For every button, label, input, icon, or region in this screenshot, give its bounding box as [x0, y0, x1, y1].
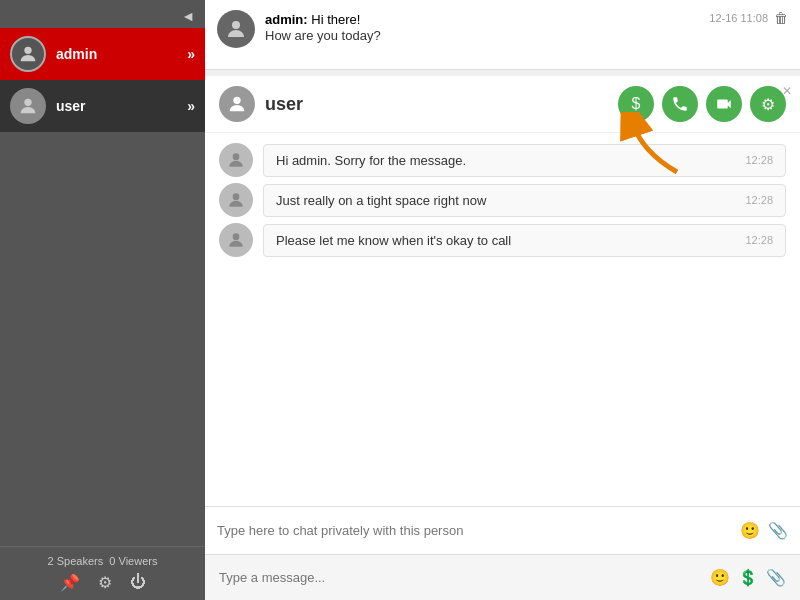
svg-point-2	[232, 21, 240, 29]
settings-icon[interactable]: ⚙	[98, 573, 112, 592]
private-chat-input[interactable]	[217, 523, 740, 538]
svg-point-3	[233, 97, 240, 104]
bottom-input-icons: 🙂 💲 📎	[710, 568, 786, 587]
top-message-bar: admin: Hi there! How are you today? 12-1…	[205, 0, 800, 70]
top-msg-meta: 12-16 11:08 🗑	[709, 10, 788, 26]
msg-text-2: Just really on a tight space right now	[276, 193, 486, 208]
messages-area: Hi admin. Sorry for the message. 12:28 J…	[205, 133, 800, 506]
message-bubble-3: Please let me know when it's okay to cal…	[263, 224, 786, 257]
message-bubble-2: Just really on a tight space right now 1…	[263, 184, 786, 217]
msg-avatar-1	[219, 143, 253, 177]
msg-text-1: Hi admin. Sorry for the message.	[276, 153, 466, 168]
top-msg-line2: How are you today?	[265, 28, 709, 43]
msg-time-3: 12:28	[745, 234, 773, 246]
phone-button[interactable]	[662, 86, 698, 122]
sidebar-footer-icons: 📌 ⚙ ⏻	[10, 573, 195, 592]
sidebar-footer: 2 Speakers 0 Viewers 📌 ⚙ ⏻	[0, 546, 205, 600]
video-button[interactable]	[706, 86, 742, 122]
bottom-bar: 🙂 💲 📎	[205, 554, 800, 600]
chat-action-buttons: $ ⚙	[618, 86, 786, 122]
attachment-bottom-icon[interactable]: 📎	[766, 568, 786, 587]
sidebar-item-user[interactable]: user »	[0, 80, 205, 132]
msg-time-2: 12:28	[745, 194, 773, 206]
msg-time-1: 12:28	[745, 154, 773, 166]
speakers-info: 2 Speakers 0 Viewers	[10, 555, 195, 567]
top-msg-avatar	[217, 10, 255, 48]
attachment-icon[interactable]: 📎	[768, 521, 788, 540]
chat-input-icons: 🙂 📎	[740, 521, 788, 540]
msg-text-3: Please let me know when it's okay to cal…	[276, 233, 511, 248]
sidebar-item-admin[interactable]: admin »	[0, 28, 205, 80]
dollar-button[interactable]: $	[618, 86, 654, 122]
top-msg-line1: admin: Hi there!	[265, 10, 709, 28]
sidebar-admin-chevron: »	[187, 46, 195, 62]
power-icon[interactable]: ⏻	[130, 573, 146, 592]
chat-panel-header: user $ ⚙	[205, 76, 800, 133]
top-msg-timestamp: 12-16 11:08	[709, 12, 768, 24]
chat-panel-username: user	[265, 94, 618, 115]
emoji-bottom-icon[interactable]: 🙂	[710, 568, 730, 587]
table-row: Just really on a tight space right now 1…	[219, 183, 786, 217]
svg-point-5	[233, 153, 240, 160]
table-row: Hi admin. Sorry for the message. 12:28	[219, 143, 786, 177]
top-msg-sender: admin:	[265, 12, 308, 27]
chat-panel-avatar	[219, 86, 255, 122]
sidebar: ◄ admin » user » 2 Speakers 0 Viewers 📌	[0, 0, 205, 600]
sidebar-user-label: user	[56, 98, 187, 114]
msg-avatar-3	[219, 223, 253, 257]
sidebar-admin-label: admin	[56, 46, 187, 62]
top-msg-content: admin: Hi there! How are you today?	[265, 10, 709, 43]
svg-point-7	[233, 233, 240, 240]
dollar-bottom-icon[interactable]: 💲	[738, 568, 758, 587]
delete-message-icon[interactable]: 🗑	[774, 10, 788, 26]
sidebar-header: ◄	[0, 0, 205, 28]
table-row: Please let me know when it's okay to cal…	[219, 223, 786, 257]
admin-avatar	[10, 36, 46, 72]
svg-point-6	[233, 193, 240, 200]
user-avatar	[10, 88, 46, 124]
chat-input-area: 🙂 📎	[205, 506, 800, 554]
chat-panel: ⤢ ✕ user $ ⚙	[205, 76, 800, 554]
settings-button[interactable]: ⚙	[750, 86, 786, 122]
sidebar-user-chevron: »	[187, 98, 195, 114]
top-msg-text1: Hi there!	[308, 12, 361, 27]
message-bubble-1: Hi admin. Sorry for the message. 12:28	[263, 144, 786, 177]
sidebar-collapse-arrow[interactable]: ◄	[181, 8, 195, 24]
msg-avatar-2	[219, 183, 253, 217]
main-area: admin: Hi there! How are you today? 12-1…	[205, 0, 800, 600]
emoji-icon[interactable]: 🙂	[740, 521, 760, 540]
svg-point-0	[24, 47, 31, 54]
message-input[interactable]	[219, 570, 710, 585]
pin-icon[interactable]: 📌	[60, 573, 80, 592]
svg-point-1	[24, 99, 31, 106]
